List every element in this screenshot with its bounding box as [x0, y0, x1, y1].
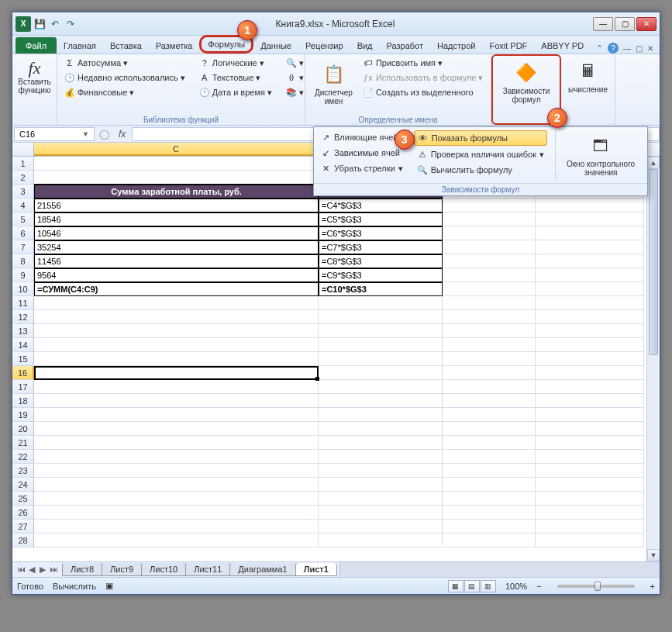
row-header[interactable]: 5 — [12, 212, 34, 226]
sheet-tab[interactable]: Диаграмма1 — [229, 563, 295, 576]
row-header[interactable]: 9 — [12, 268, 34, 282]
tab-data[interactable]: Данные — [253, 37, 298, 54]
row-header[interactable]: 2 — [12, 171, 34, 185]
row-header[interactable]: 6 — [12, 226, 34, 240]
row-header[interactable]: 13 — [12, 324, 34, 338]
trace-dependents-button[interactable]: ↙Зависимые ячей — [317, 146, 406, 160]
tab-view[interactable]: Вид — [350, 37, 380, 54]
minimize-button[interactable]: — — [593, 17, 613, 31]
sheet-next-icon[interactable]: ▶ — [37, 565, 48, 575]
row-header[interactable]: 18 — [12, 394, 34, 408]
cell-C17[interactable] — [34, 380, 319, 394]
inner-close-icon[interactable]: ✕ — [647, 44, 653, 53]
inner-restore-icon[interactable]: ▢ — [636, 44, 643, 53]
tab-home[interactable]: Главная — [57, 37, 103, 54]
cell-D4[interactable]: =C4*$G$3 — [319, 199, 443, 212]
datetime-button[interactable]: 🕐Дата и время ▾ — [197, 85, 274, 99]
undo-icon[interactable]: ↶ — [48, 17, 62, 31]
cell-F16[interactable] — [536, 366, 644, 380]
cell-C10[interactable]: =СУММ(C4:C9) — [34, 282, 319, 296]
scroll-up-icon[interactable]: ▲ — [647, 157, 660, 169]
cell-D14[interactable] — [319, 338, 443, 352]
tab-file[interactable]: Файл — [16, 37, 57, 54]
cell-F19[interactable] — [536, 408, 644, 422]
row-header[interactable]: 15 — [12, 352, 34, 366]
cell-F4[interactable] — [536, 199, 644, 212]
cell-C21[interactable] — [34, 436, 319, 450]
cell-D13[interactable] — [319, 324, 443, 338]
zoom-thumb[interactable] — [594, 582, 601, 591]
cell-E18[interactable] — [443, 394, 536, 408]
cell-C7[interactable]: 35254 — [34, 240, 319, 254]
view-layout-button[interactable]: ▤ — [464, 580, 480, 592]
row-header[interactable]: 17 — [12, 380, 34, 394]
cell-F26[interactable] — [536, 506, 644, 520]
cell-D26[interactable] — [319, 506, 443, 520]
cell-C16[interactable] — [34, 366, 319, 380]
cell-F15[interactable] — [536, 352, 644, 366]
vertical-scrollbar[interactable]: ▲ ▼ — [646, 157, 660, 561]
fx-button[interactable]: fx — [112, 129, 132, 140]
row-header[interactable]: 8 — [12, 254, 34, 268]
cell-F8[interactable] — [536, 254, 644, 268]
cell-E17[interactable] — [443, 380, 536, 394]
cell-C26[interactable] — [34, 506, 319, 520]
calculation-button[interactable]: 🖩 ычисление — [563, 56, 612, 97]
row-header[interactable]: 12 — [12, 310, 34, 324]
cell-F20[interactable] — [536, 422, 644, 436]
scroll-thumb[interactable] — [649, 169, 658, 355]
tab-addins[interactable]: Надстрой — [430, 37, 482, 54]
cell-D12[interactable] — [319, 310, 443, 324]
cell-F14[interactable] — [536, 338, 644, 352]
row-header[interactable]: 25 — [12, 492, 34, 506]
sheet-prev-icon[interactable]: ◀ — [26, 565, 37, 575]
row-header[interactable]: 7 — [12, 240, 34, 254]
scroll-down-icon[interactable]: ▼ — [647, 549, 660, 561]
cell-E14[interactable] — [443, 338, 536, 352]
cell-D19[interactable] — [319, 408, 443, 422]
cell-C23[interactable] — [34, 464, 319, 478]
save-icon[interactable]: 💾 — [33, 17, 47, 31]
cell-C19[interactable] — [34, 408, 319, 422]
cell-C1[interactable] — [34, 157, 319, 171]
cell-F11[interactable] — [536, 296, 644, 310]
row-header[interactable]: 27 — [12, 520, 34, 534]
create-selection-button[interactable]: 📄Создать из выделенного — [360, 85, 486, 99]
cell-E12[interactable] — [443, 310, 536, 324]
cell-F6[interactable] — [536, 226, 644, 240]
row-header[interactable]: 21 — [12, 436, 34, 450]
select-all-corner[interactable] — [12, 143, 34, 156]
cell-E5[interactable] — [443, 212, 536, 226]
cell-D7[interactable]: =C7*$G$3 — [319, 240, 443, 254]
row-header[interactable]: 11 — [12, 296, 34, 310]
cell-E23[interactable] — [443, 464, 536, 478]
cell-D9[interactable]: =C9*$G$3 — [319, 268, 443, 282]
spreadsheet-grid[interactable]: C D E F 123Сумма заработной платы, руб.П… — [12, 143, 660, 561]
cell-E9[interactable] — [443, 268, 536, 282]
cell-E7[interactable] — [443, 240, 536, 254]
row-header[interactable]: 28 — [12, 534, 34, 547]
cell-E25[interactable] — [443, 492, 536, 506]
tab-layout[interactable]: Разметка — [149, 37, 200, 54]
cell-C11[interactable] — [34, 296, 319, 310]
cell-D6[interactable]: =C6*$G$3 — [319, 226, 443, 240]
zoom-in-button[interactable]: + — [650, 582, 655, 591]
row-header[interactable]: 20 — [12, 422, 34, 436]
cell-D15[interactable] — [319, 352, 443, 366]
cell-E16[interactable] — [443, 366, 536, 380]
row-header[interactable]: 3 — [12, 185, 34, 199]
view-pagebreak-button[interactable]: ▥ — [481, 580, 496, 592]
cell-C5[interactable]: 18546 — [34, 212, 319, 226]
trace-precedents-button[interactable]: ↗Влияющие ячей — [317, 130, 406, 144]
cell-F24[interactable] — [536, 478, 644, 492]
row-header[interactable]: 26 — [12, 506, 34, 520]
formula-auditing-button[interactable]: 🔶 Зависимости формул 2 — [491, 54, 561, 125]
financial-button[interactable]: 💰Финансовые ▾ — [62, 85, 188, 99]
math-button[interactable]: θ▾ — [284, 71, 306, 85]
cell-F27[interactable] — [536, 520, 644, 534]
cell-C3[interactable]: Сумма заработной платы, руб. — [34, 185, 319, 199]
cell-E4[interactable] — [443, 199, 536, 212]
sheet-first-icon[interactable]: ⏮ — [16, 565, 26, 575]
cell-D23[interactable] — [319, 464, 443, 478]
cell-E15[interactable] — [443, 352, 536, 366]
